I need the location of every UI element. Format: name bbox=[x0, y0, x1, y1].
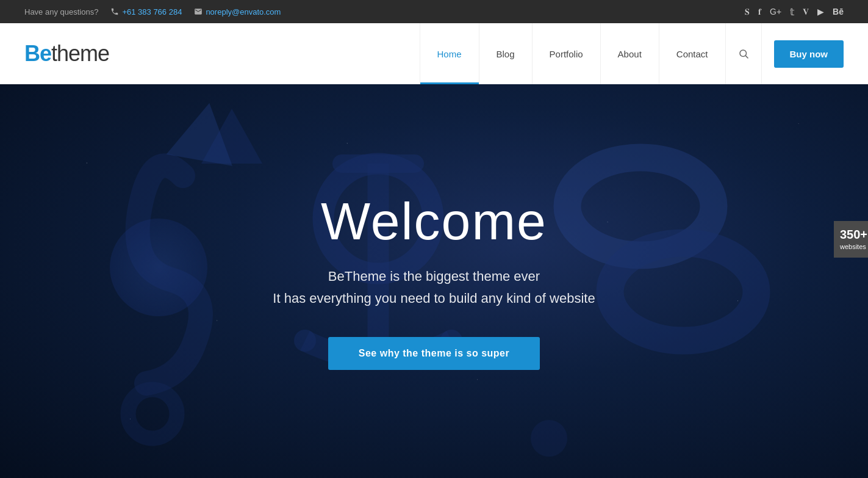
top-bar-left: Have any questions? +61 383 766 284 nore… bbox=[24, 7, 281, 16]
email-link[interactable]: noreply@envato.com bbox=[206, 7, 281, 16]
logo[interactable]: Betheme bbox=[24, 41, 109, 67]
header: Betheme Home Blog Portfolio About Contac… bbox=[0, 23, 868, 84]
question-text: Have any questions? bbox=[24, 7, 98, 16]
google-plus-icon[interactable]: G+ bbox=[770, 7, 781, 16]
phone-contact: +61 383 766 284 bbox=[110, 7, 182, 16]
twitter-icon[interactable]: 𝕥 bbox=[790, 6, 794, 18]
side-badge: 350+ websites bbox=[834, 221, 868, 258]
behance-icon[interactable]: Bē bbox=[833, 7, 844, 16]
logo-be: Be bbox=[24, 41, 51, 67]
hero-section: Welcome BeTheme is the biggest theme eve… bbox=[0, 84, 868, 478]
hero-cta-button[interactable]: See why the theme is so super bbox=[328, 337, 540, 370]
logo-theme: theme bbox=[51, 41, 109, 67]
mail-icon bbox=[194, 7, 203, 16]
search-button[interactable] bbox=[726, 23, 762, 84]
youtube-icon[interactable]: ▶ bbox=[817, 7, 824, 16]
nav-item-home[interactable]: Home bbox=[420, 23, 479, 84]
nav-item-about[interactable]: About bbox=[601, 23, 659, 84]
hero-title: Welcome bbox=[273, 192, 595, 250]
top-bar: Have any questions? +61 383 766 284 nore… bbox=[0, 0, 868, 23]
skype-icon[interactable]: 𝐒 bbox=[745, 7, 750, 17]
svg-point-0 bbox=[740, 50, 747, 57]
main-nav: Home Blog Portfolio About Contact Buy no… bbox=[420, 23, 844, 84]
email-contact: noreply@envato.com bbox=[194, 7, 281, 16]
hero-content: Welcome BeTheme is the biggest theme eve… bbox=[260, 192, 607, 370]
facebook-icon[interactable]: 𝐟 bbox=[758, 7, 761, 17]
vimeo-icon[interactable]: 𝐕 bbox=[803, 7, 809, 17]
hero-subtitle-1: BeTheme is the biggest theme ever bbox=[273, 269, 595, 284]
phone-icon bbox=[110, 7, 119, 16]
social-icons-bar: 𝐒 𝐟 G+ 𝕥 𝐕 ▶ Bē bbox=[745, 6, 844, 18]
side-badge-label: websites bbox=[840, 243, 862, 250]
side-badge-number: 350+ bbox=[840, 228, 862, 241]
nav-item-portfolio[interactable]: Portfolio bbox=[533, 23, 601, 84]
hero-subtitle-2: It has everything you need to build any … bbox=[273, 291, 595, 306]
nav-item-blog[interactable]: Blog bbox=[479, 23, 533, 84]
buy-now-button[interactable]: Buy now bbox=[774, 40, 844, 68]
search-icon bbox=[738, 48, 749, 59]
nav-item-contact[interactable]: Contact bbox=[659, 23, 726, 84]
phone-link[interactable]: +61 383 766 284 bbox=[122, 7, 182, 16]
svg-line-1 bbox=[745, 56, 748, 58]
